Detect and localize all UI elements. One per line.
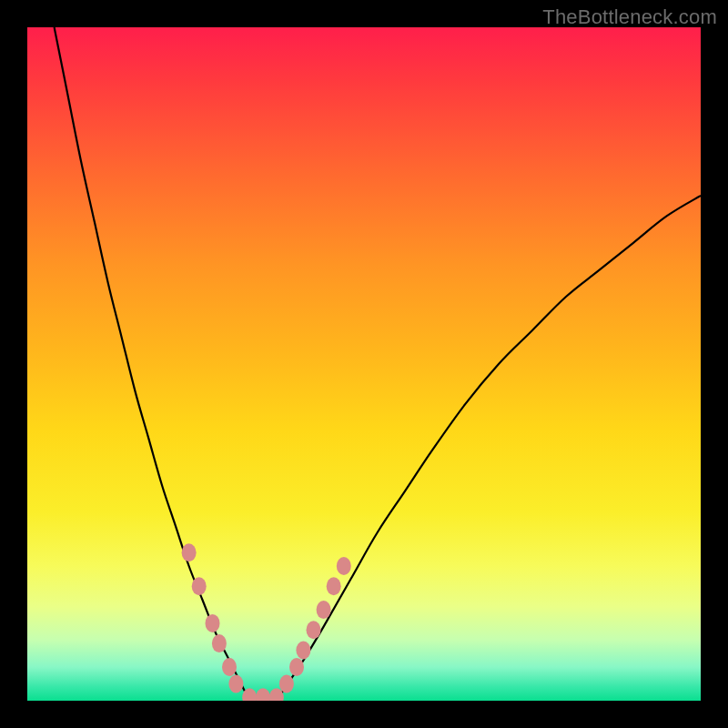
marker-dot xyxy=(307,621,321,639)
curve-group xyxy=(55,27,701,701)
marker-dot xyxy=(212,634,227,652)
chart-stage: TheBottleneck.com xyxy=(0,0,728,728)
marker-dot xyxy=(317,601,331,619)
marker-dot xyxy=(327,577,341,595)
marker-dot xyxy=(256,688,270,701)
watermark-text: TheBottleneck.com xyxy=(542,5,717,29)
right-curve-path xyxy=(277,196,701,701)
plot-area xyxy=(27,27,701,701)
marker-dot xyxy=(296,642,310,660)
marker-dot xyxy=(289,658,304,676)
marker-dot xyxy=(222,658,237,676)
marker-dot xyxy=(228,675,243,693)
curve-svg xyxy=(27,27,701,701)
marker-dot xyxy=(182,543,197,561)
marker-dot xyxy=(206,614,220,632)
left-curve-path xyxy=(55,27,250,701)
marker-dot xyxy=(337,557,351,575)
marker-dot xyxy=(279,675,294,693)
marker-dot xyxy=(192,577,207,595)
